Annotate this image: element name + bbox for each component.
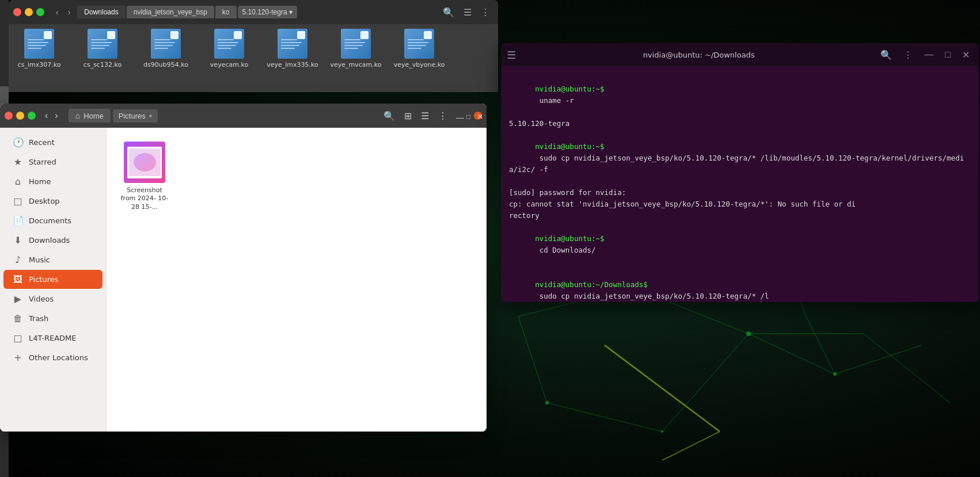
screenshot-thumbnail <box>124 142 165 183</box>
terminal-line: nvidia@ubuntu:~/Downloads$ sudo cp nvidi… <box>509 268 971 302</box>
sidebar-item-l4t[interactable]: □ L4T-README <box>3 329 102 348</box>
file-icon <box>341 29 371 59</box>
minimize-button-2[interactable]: — <box>453 112 461 120</box>
recent-label: Recent <box>29 138 55 147</box>
svg-line-10 <box>518 316 547 403</box>
sidebar-item-music[interactable]: ♪ Music <box>3 250 102 269</box>
terminal-prompt: nvidia@ubuntu:~$ <box>535 142 604 151</box>
file-cs-sc132[interactable]: cs_sc132.ko <box>77 29 128 68</box>
terminal-title: nvidia@ubuntu: ~/Downloads <box>521 51 877 59</box>
fm-bg-tabs: Downloads nvidia_jetson_veye_bsp ko 5.10… <box>77 6 436 18</box>
maximize-button[interactable] <box>28 112 36 120</box>
close-button-2[interactable]: ✕ <box>474 112 482 120</box>
terminal-menu-icon[interactable]: ☰ <box>507 49 516 61</box>
svg-line-17 <box>806 316 835 374</box>
search-button[interactable]: 🔍 <box>380 108 398 124</box>
terminal-prompt: nvidia@ubuntu:~$ <box>535 234 604 243</box>
sidebar-item-downloads[interactable]: ⬇ Downloads <box>3 231 102 250</box>
search-button[interactable]: 🔍 <box>439 6 458 19</box>
fm-bg-navigation: ‹ › <box>52 6 74 18</box>
terminal-more-button[interactable]: ⋮ <box>900 48 916 62</box>
maximize-button-2[interactable]: □ <box>464 112 472 120</box>
file-name: veye_vbyone.ko <box>394 61 445 68</box>
minimize-button[interactable] <box>16 112 24 120</box>
close-button[interactable] <box>13 8 21 16</box>
sidebar-item-videos[interactable]: ▶ Videos <box>3 289 102 308</box>
sidebar-item-trash[interactable]: 🗑 Trash <box>3 309 102 328</box>
svg-line-7 <box>749 334 835 374</box>
sidebar-item-pictures[interactable]: 🖼 Pictures <box>3 270 102 289</box>
file-screenshot[interactable]: Screenshot from 2024- 10-28 15-... <box>116 137 173 216</box>
tab-downloads[interactable]: Downloads <box>77 6 125 18</box>
fm-bg-actions: 🔍 ☰ ⋮ <box>439 6 493 19</box>
svg-point-26 <box>661 430 663 433</box>
terminal-maximize-button[interactable]: □ <box>941 48 954 61</box>
documents-label: Documents <box>29 216 71 225</box>
maximize-button[interactable] <box>36 8 44 16</box>
screenshot-label: Screenshot from 2024- 10-28 15-... <box>120 186 169 211</box>
more-button[interactable]: ⋮ <box>477 6 493 19</box>
pictures-label: Pictures <box>119 112 146 120</box>
forward-button[interactable]: › <box>52 109 60 122</box>
tab-nvidia-bsp[interactable]: nvidia_jetson_veye_bsp <box>127 6 214 18</box>
recent-icon: 🕐 <box>13 137 23 148</box>
file-manager-window: ‹ › ⌂ Home Pictures ▾ 🔍 ⊞ ☰ ⋮ — □ ✕ <box>0 104 487 432</box>
sidebar-item-other-locations[interactable]: + Other Locations <box>3 348 102 367</box>
file-veye-mvcam[interactable]: veye_mvcam.ko <box>330 29 382 68</box>
ko-files-area: cs_imx307.ko cs_sc132.ko <box>9 24 498 73</box>
file-manager-background-window: ‹ › Downloads nvidia_jetson_veye_bsp ko … <box>9 0 498 92</box>
minimize-button[interactable] <box>25 8 33 16</box>
file-veye-vbyone[interactable]: veye_vbyone.ko <box>393 29 445 68</box>
file-name: veye_mvcam.ko <box>331 61 382 68</box>
back-button[interactable]: ‹ <box>43 109 50 122</box>
other-locations-label: Other Locations <box>29 353 88 362</box>
terminal-command: uname -r <box>535 96 574 105</box>
terminal-close-button[interactable]: ✕ <box>959 48 973 62</box>
more-options-button[interactable]: ⋮ <box>435 108 451 124</box>
starred-label: Starred <box>29 158 56 166</box>
sidebar-item-starred[interactable]: ★ Starred <box>3 152 102 171</box>
home-breadcrumb[interactable]: ⌂ Home <box>69 109 111 123</box>
list-view-button[interactable]: ☰ <box>417 108 432 124</box>
tab-ko[interactable]: ko <box>215 6 237 18</box>
grid-view-button[interactable]: ⊞ <box>401 108 415 124</box>
music-icon: ♪ <box>13 254 23 265</box>
terminal-search-button[interactable]: 🔍 <box>877 48 895 62</box>
file-name: cs_sc132.ko <box>83 61 121 68</box>
svg-line-11 <box>547 403 662 432</box>
terminal-output: 5.10.120-tegra <box>509 118 971 129</box>
dropdown-arrow-icon: ▾ <box>149 113 152 119</box>
svg-line-27 <box>605 345 720 432</box>
terminal-command: cd Downloads/ <box>535 246 595 254</box>
pictures-breadcrumb[interactable]: Pictures ▾ <box>113 109 158 123</box>
sidebar-item-recent[interactable]: 🕐 Recent <box>3 133 102 152</box>
file-cs-imx307[interactable]: cs_imx307.ko <box>13 29 65 68</box>
l4t-label: L4T-README <box>29 334 77 342</box>
terminal-actions: 🔍 ⋮ — □ ✕ <box>877 48 973 62</box>
list-view-button[interactable]: ☰ <box>460 6 475 19</box>
sidebar-item-home[interactable]: ⌂ Home <box>3 172 102 191</box>
tab-kernel-dropdown[interactable]: 5.10.120-tegra ▾ <box>238 6 297 18</box>
fm-titlebar: ‹ › ⌂ Home Pictures ▾ 🔍 ⊞ ☰ ⋮ — □ ✕ <box>0 104 487 128</box>
sidebar-item-documents[interactable]: 📄 Documents <box>3 211 102 230</box>
file-ds90ub954[interactable]: ds90ub954.ko <box>140 29 192 68</box>
terminal-window: ☰ nvidia@ubuntu: ~/Downloads 🔍 ⋮ — □ ✕ n… <box>501 43 979 302</box>
sidebar-item-desktop[interactable]: □ Desktop <box>3 192 102 211</box>
terminal-body[interactable]: nvidia@ubuntu:~$ uname -r 5.10.120-tegra… <box>501 66 979 302</box>
terminal-minimize-button[interactable]: — <box>921 48 937 61</box>
forward-button[interactable]: › <box>64 6 74 18</box>
fm-content-area: Screenshot from 2024- 10-28 15-... <box>107 128 487 432</box>
back-button[interactable]: ‹ <box>52 6 62 18</box>
terminal-line: nvidia@ubuntu:~$ uname -r <box>509 72 971 118</box>
toolbar-right: 🔍 ⊞ ☰ ⋮ — □ ✕ <box>380 108 482 124</box>
svg-point-22 <box>746 331 751 336</box>
home-label: Home <box>29 177 51 186</box>
documents-icon: 📄 <box>13 215 23 226</box>
videos-label: Videos <box>29 295 54 303</box>
file-veye-imx335[interactable]: veye_imx335.ko <box>267 29 318 68</box>
file-veyecam[interactable]: veyecam.ko <box>203 29 255 68</box>
terminal-output: [sudo] password for nvidia: <box>509 187 971 199</box>
close-button[interactable] <box>5 112 13 120</box>
desktop-icon: □ <box>13 196 23 207</box>
file-icon <box>214 29 244 59</box>
